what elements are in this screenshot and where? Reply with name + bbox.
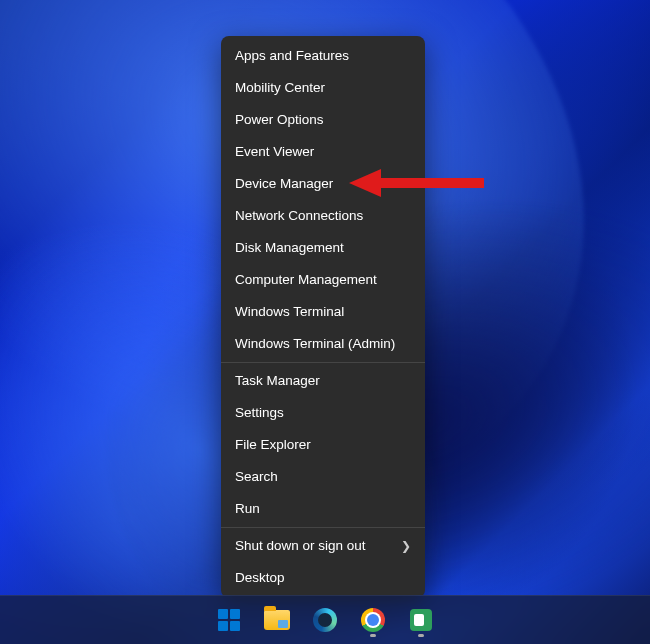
folder-icon — [264, 610, 290, 630]
menu-item-event-viewer[interactable]: Event Viewer — [221, 136, 425, 168]
menu-item-label: Event Viewer — [235, 136, 314, 168]
menu-item-label: Windows Terminal — [235, 296, 344, 328]
menu-item-label: Settings — [235, 397, 284, 429]
taskbar-app[interactable] — [401, 600, 441, 640]
menu-item-label: Computer Management — [235, 264, 377, 296]
chevron-right-icon: ❯ — [401, 530, 411, 562]
menu-item-label: Desktop — [235, 562, 285, 594]
menu-item-label: Task Manager — [235, 365, 320, 397]
taskbar-file-explorer[interactable] — [257, 600, 297, 640]
menu-item-network-connections[interactable]: Network Connections — [221, 200, 425, 232]
menu-item-windows-terminal-admin[interactable]: Windows Terminal (Admin) — [221, 328, 425, 360]
edge-icon — [313, 608, 337, 632]
menu-item-run[interactable]: Run — [221, 493, 425, 525]
menu-item-label: Shut down or sign out — [235, 530, 366, 562]
winx-context-menu: Apps and Features Mobility Center Power … — [221, 36, 425, 598]
menu-item-device-manager[interactable]: Device Manager — [221, 168, 425, 200]
menu-item-computer-management[interactable]: Computer Management — [221, 264, 425, 296]
menu-item-disk-management[interactable]: Disk Management — [221, 232, 425, 264]
menu-item-label: Power Options — [235, 104, 324, 136]
menu-item-label: Mobility Center — [235, 72, 325, 104]
menu-item-windows-terminal[interactable]: Windows Terminal — [221, 296, 425, 328]
taskbar-start-button[interactable] — [209, 600, 249, 640]
menu-separator — [221, 527, 425, 528]
menu-item-file-explorer[interactable]: File Explorer — [221, 429, 425, 461]
app-icon — [410, 609, 432, 631]
menu-item-label: Device Manager — [235, 168, 333, 200]
menu-item-label: Run — [235, 493, 260, 525]
taskbar — [0, 595, 650, 644]
taskbar-edge[interactable] — [305, 600, 345, 640]
menu-item-label: Apps and Features — [235, 40, 349, 72]
taskbar-chrome[interactable] — [353, 600, 393, 640]
menu-separator — [221, 362, 425, 363]
menu-item-desktop[interactable]: Desktop — [221, 562, 425, 594]
menu-item-mobility-center[interactable]: Mobility Center — [221, 72, 425, 104]
start-icon — [218, 609, 240, 631]
desktop-wallpaper: Apps and Features Mobility Center Power … — [0, 0, 650, 644]
menu-item-label: File Explorer — [235, 429, 311, 461]
chrome-icon — [361, 608, 385, 632]
menu-item-shut-down-or-sign-out[interactable]: Shut down or sign out ❯ — [221, 530, 425, 562]
menu-item-power-options[interactable]: Power Options — [221, 104, 425, 136]
menu-item-task-manager[interactable]: Task Manager — [221, 365, 425, 397]
menu-item-apps-and-features[interactable]: Apps and Features — [221, 40, 425, 72]
menu-item-label: Windows Terminal (Admin) — [235, 328, 395, 360]
menu-item-label: Network Connections — [235, 200, 363, 232]
menu-item-settings[interactable]: Settings — [221, 397, 425, 429]
menu-item-label: Search — [235, 461, 278, 493]
menu-item-label: Disk Management — [235, 232, 344, 264]
menu-item-search[interactable]: Search — [221, 461, 425, 493]
